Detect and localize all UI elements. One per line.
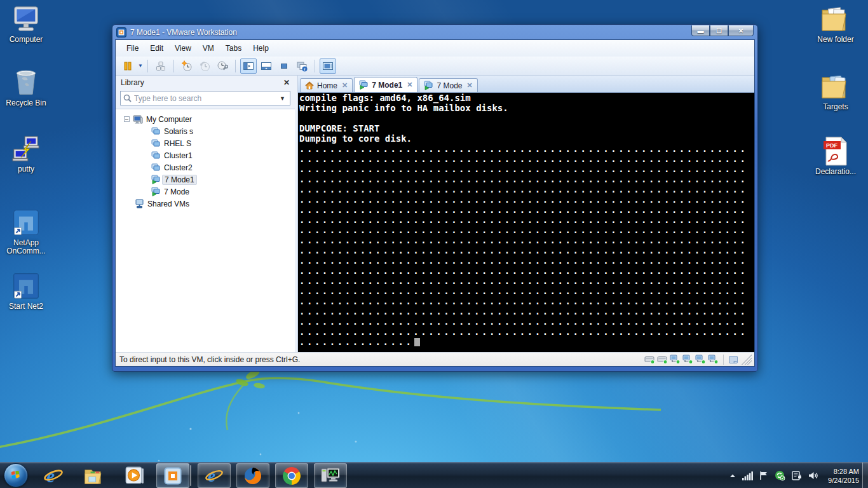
network-adapter-icon[interactable]	[682, 355, 693, 364]
menu-view[interactable]: View	[169, 41, 197, 55]
revert-snapshot-button[interactable]	[196, 58, 213, 74]
tree-item-7mode1[interactable]: 7 Mode1	[116, 173, 295, 186]
taskbar-chrome[interactable]	[275, 463, 308, 488]
menu-vm[interactable]: VM	[197, 41, 220, 55]
system-tray	[729, 463, 818, 488]
tab-close-icon[interactable]: ✕	[467, 81, 473, 90]
tab-7mode1[interactable]: 7 Mode1 ✕	[354, 77, 417, 92]
desktop-icon-recycle-bin[interactable]: Recycle Bin	[1, 67, 51, 107]
network-adapter-icon[interactable]	[695, 355, 706, 364]
taskbar-firefox[interactable]	[236, 463, 269, 488]
tab-close-icon[interactable]: ✕	[342, 81, 348, 90]
network-signal-icon[interactable]	[742, 471, 753, 480]
status-message: To direct input to this VM, click inside…	[119, 355, 300, 364]
vm-running-icon	[424, 81, 433, 90]
close-button[interactable]: ✕	[728, 25, 754, 36]
show-desktop-button[interactable]	[862, 463, 868, 488]
desktop-icon-start-net2[interactable]: Start Net2	[1, 271, 51, 311]
search-input[interactable]	[134, 94, 278, 103]
window-title: 7 Mode1 - VMware Workstation	[130, 28, 237, 37]
volume-icon[interactable]	[808, 471, 818, 480]
tree-item-label: Cluster2	[164, 163, 193, 172]
tab-7mode[interactable]: 7 Mode ✕	[419, 78, 477, 92]
menu-file[interactable]: File	[121, 41, 144, 55]
taskbar-system-monitor[interactable]	[314, 463, 347, 488]
take-snapshot-button[interactable]	[179, 58, 195, 74]
desktop-icon-label: putty	[18, 165, 34, 173]
vm-running-icon	[151, 175, 161, 184]
vm-icon	[151, 139, 161, 148]
vm-icon	[151, 127, 161, 136]
tree-item-solaris[interactable]: Solaris s	[116, 125, 295, 137]
library-panel: Library ✕ ▼	[116, 76, 295, 352]
folder-icon	[820, 71, 851, 102]
menu-help[interactable]: Help	[247, 41, 275, 55]
taskbar-internet-explorer-window[interactable]: e	[198, 463, 231, 488]
show-hidden-icons-button[interactable]	[729, 473, 736, 478]
desktop-icon-label: Start Net2	[9, 302, 43, 311]
home-icon	[305, 81, 314, 90]
search-dropdown-caret[interactable]: ▼	[278, 95, 287, 102]
show-thumbnail-bar-toggle[interactable]	[258, 58, 275, 74]
svg-text:e: e	[208, 466, 215, 485]
desktop-icon-netapp-oncommand[interactable]: NetApp OnComm...	[1, 207, 51, 255]
taskbar-vmware-workstation[interactable]	[156, 463, 189, 488]
tab-close-icon[interactable]: ✕	[407, 81, 412, 89]
message-log-icon[interactable]	[728, 355, 738, 364]
taskbar-clock[interactable]: 8:28 AM 9/24/2015	[828, 463, 859, 488]
window-titlebar[interactable]: 7 Mode1 - VMware Workstation ▬ ☐ ✕	[115, 25, 755, 39]
tree-item-shared-vms[interactable]: Shared VMs	[116, 198, 295, 210]
desktop: Computer Recycle Bin p	[0, 0, 868, 488]
clock-time: 8:28 AM	[834, 467, 859, 476]
tree-item-cluster1[interactable]: Cluster1	[116, 149, 295, 161]
hard-disk-icon[interactable]	[657, 355, 668, 364]
desktop-icon-targets[interactable]: Targets	[811, 71, 860, 111]
desktop-icon-label: New folder	[817, 36, 853, 44]
tree-item-cluster2[interactable]: Cluster2	[116, 161, 295, 173]
ctrl-alt-del-button[interactable]	[153, 58, 169, 74]
vm-console[interactable]: compile flags: amd64, x86_64.simWriting …	[298, 92, 754, 352]
suspend-dropdown-caret[interactable]: ▼	[138, 63, 143, 69]
sync-icon[interactable]	[775, 470, 785, 481]
taskbar-media-player[interactable]	[121, 463, 149, 488]
resize-grip[interactable]	[742, 355, 752, 365]
tree-item-my-computer[interactable]: My Computer	[116, 113, 295, 125]
fullscreen-button[interactable]	[276, 58, 292, 74]
desktop-icon-putty[interactable]: putty	[1, 133, 51, 173]
taskbar-windows-explorer[interactable]	[80, 463, 108, 488]
computer-icon	[11, 4, 41, 34]
expander-icon[interactable]	[124, 116, 130, 122]
menu-tabs[interactable]: Tabs	[220, 41, 247, 55]
manage-snapshots-button[interactable]	[214, 58, 231, 74]
vm-icon	[151, 151, 161, 160]
hard-disk-icon[interactable]	[644, 355, 655, 364]
tab-strip: Home ✕ 7 Mode1	[298, 76, 754, 92]
taskbar: e	[0, 462, 868, 488]
taskbar-internet-explorer[interactable]: e	[39, 463, 67, 488]
minimize-button[interactable]: ▬	[691, 25, 710, 36]
network-plug-icon[interactable]	[792, 471, 802, 480]
start-button[interactable]	[4, 463, 28, 487]
action-center-flag-icon[interactable]	[759, 471, 768, 480]
vm-icon	[151, 163, 161, 172]
desktop-icon-computer[interactable]: Computer	[1, 4, 51, 44]
maximize-button[interactable]: ☐	[710, 25, 728, 36]
network-adapter-icon[interactable]	[708, 355, 719, 364]
desktop-icon-label: Computer	[10, 36, 43, 44]
library-close-icon[interactable]: ✕	[283, 78, 290, 87]
console-view-button[interactable]	[320, 58, 336, 74]
tab-label: 7 Mode	[437, 81, 462, 90]
desktop-icon-label: Declaratio...	[815, 168, 856, 176]
unity-button[interactable]: i	[294, 58, 310, 74]
show-library-toggle[interactable]	[240, 58, 257, 74]
menu-edit[interactable]: Edit	[144, 41, 169, 55]
tree-item-7mode[interactable]: 7 Mode	[116, 186, 295, 198]
tree-item-rhel[interactable]: RHEL S	[116, 137, 295, 149]
suspend-button[interactable]	[119, 58, 136, 74]
desktop-icon-declaration-pdf[interactable]: PDF Declaratio...	[811, 136, 860, 176]
network-adapter-icon[interactable]	[670, 355, 681, 364]
desktop-icon-label: Targets	[823, 103, 848, 111]
tab-home[interactable]: Home ✕	[300, 78, 353, 92]
desktop-icon-new-folder[interactable]: New folder	[811, 4, 860, 44]
vmware-workstation-window: 7 Mode1 - VMware Workstation ▬ ☐ ✕ File …	[112, 24, 758, 372]
